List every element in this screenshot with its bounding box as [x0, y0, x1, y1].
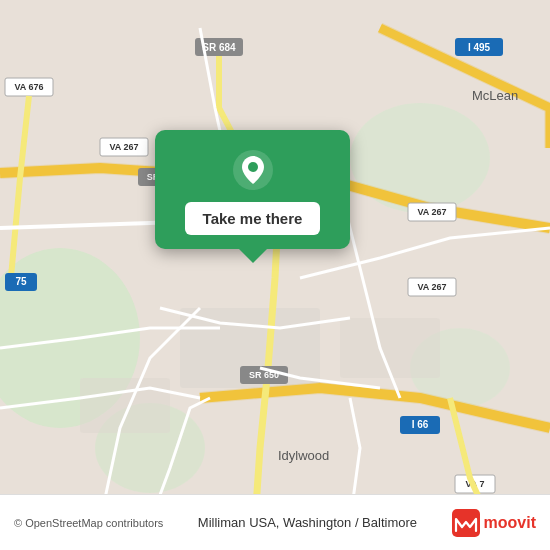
copyright-text: © OpenStreetMap contributors — [14, 517, 163, 529]
moovit-icon — [452, 509, 480, 537]
svg-text:SR 684: SR 684 — [202, 42, 236, 53]
location-pin-icon — [231, 148, 275, 192]
svg-text:VA 267: VA 267 — [109, 142, 138, 152]
location-text: Milliman USA, Washington / Baltimore — [163, 515, 451, 530]
svg-text:75: 75 — [15, 276, 27, 287]
svg-text:VA 267: VA 267 — [417, 282, 446, 292]
svg-text:I 66: I 66 — [412, 419, 429, 430]
location-popup: Take me there — [155, 130, 350, 249]
svg-text:McLean: McLean — [472, 88, 518, 103]
svg-text:I 495: I 495 — [468, 42, 491, 53]
svg-text:VA 267: VA 267 — [417, 207, 446, 217]
moovit-label: moovit — [484, 514, 536, 532]
svg-text:VA 676: VA 676 — [14, 82, 43, 92]
svg-text:Idylwood: Idylwood — [278, 448, 329, 463]
bottom-bar: © OpenStreetMap contributors Milliman US… — [0, 494, 550, 550]
map-container: I 495 SR 684 VA 267 VA 267 VA 267 VA 267… — [0, 0, 550, 550]
map-background: I 495 SR 684 VA 267 VA 267 VA 267 VA 267… — [0, 0, 550, 550]
moovit-logo: moovit — [452, 509, 536, 537]
svg-rect-7 — [80, 378, 170, 433]
svg-point-35 — [248, 162, 258, 172]
take-me-there-button[interactable]: Take me there — [185, 202, 321, 235]
